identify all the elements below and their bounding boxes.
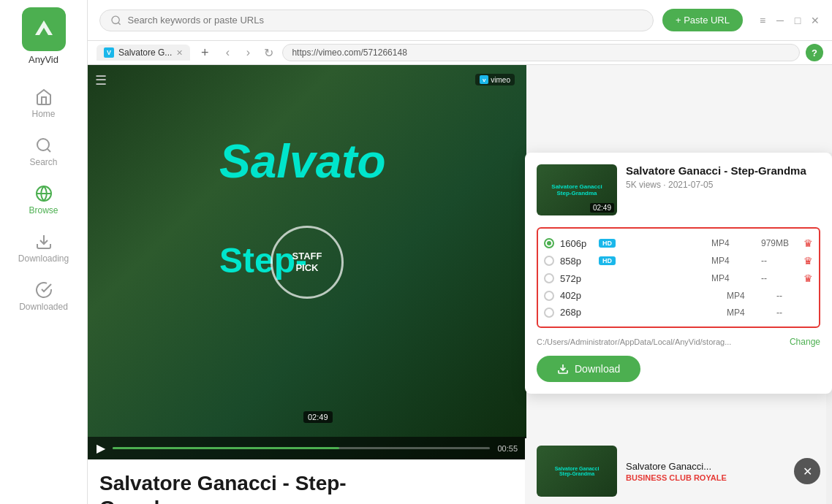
format-label-1606p: MP4	[711, 238, 755, 248]
sidebar-item-label-downloading: Downloading	[18, 253, 69, 264]
download-icon	[557, 363, 569, 375]
quality-row-1606p[interactable]: 1606p HD MP4 979MB ♛	[544, 234, 813, 252]
content-area: v vimeo STAFFPICK Salvato Step- ☰ 02:49 …	[88, 65, 832, 504]
tab-label: Salvatore G...	[118, 47, 172, 58]
vimeo-text: vimeo	[491, 76, 510, 84]
downloading-icon	[35, 233, 53, 251]
radio-402p[interactable]	[544, 291, 554, 301]
format-label-402p: MP4	[727, 291, 771, 301]
bottom-suggestion-area: Salvatore GanacciStep-Grandma Salvatore …	[525, 438, 832, 504]
download-button[interactable]: Download	[537, 356, 640, 382]
panel-header: Salvatore GanacciStep-Grandma 02:49 Salv…	[537, 164, 820, 215]
app-name: AnyVid	[29, 54, 58, 65]
quality-label-1606p: 1606p	[560, 238, 593, 249]
bottom-thumb-info: Salvatore Ganacci... BUSINESS CLUB ROYAL…	[626, 461, 785, 482]
format-label-572p: MP4	[711, 273, 755, 283]
quality-row-402p[interactable]: 402p MP4 --	[544, 287, 813, 304]
sidebar-item-downloaded[interactable]: Downloaded	[0, 272, 87, 321]
video-background: v vimeo STAFFPICK Salvato Step-	[88, 65, 526, 459]
progress-bar[interactable]	[113, 447, 490, 449]
menu-icon[interactable]: ≡	[757, 15, 768, 26]
quality-label-268p: 268p	[560, 307, 593, 318]
sidebar-item-home[interactable]: Home	[0, 80, 87, 128]
nav-controls: ‹ › ↻	[219, 45, 276, 61]
panel-thumb-duration: 02:49	[590, 203, 614, 213]
hd-badge-1606p: HD	[599, 239, 616, 248]
new-tab-button[interactable]: +	[196, 44, 213, 61]
back-button[interactable]: ‹	[219, 45, 235, 61]
search-icon-header	[110, 15, 121, 26]
size-label-858p: --	[761, 256, 798, 266]
size-label-572p: --	[761, 273, 798, 283]
crown-icon-572p[interactable]: ♛	[803, 272, 813, 284]
hamburger-menu[interactable]: ☰	[95, 72, 107, 88]
main-area: + Paste URL ≡ ─ □ ✕ V Salvatore G... ✕ +…	[88, 0, 832, 504]
sidebar-item-label-search: Search	[29, 157, 57, 167]
crown-icon-1606p[interactable]: ♛	[803, 237, 813, 249]
format-label-858p: MP4	[711, 256, 755, 266]
sidebar-item-downloading[interactable]: Downloading	[0, 224, 87, 272]
refresh-button[interactable]: ↻	[260, 45, 276, 61]
video-page-title-line1: Salvatore Ganacci - Step-	[99, 472, 347, 495]
url-bar[interactable]: https://vimeo.com/571266148	[282, 44, 800, 61]
change-path-button[interactable]: Change	[790, 337, 820, 347]
home-icon	[35, 88, 53, 106]
progress-fill	[113, 447, 339, 449]
sidebar-item-search[interactable]: Search	[0, 128, 87, 176]
quality-label-572p: 572p	[560, 273, 593, 284]
save-path-text: C:/Users/Administrator/AppData/Local/Any…	[537, 337, 784, 346]
quality-row-572p[interactable]: 572p MP4 -- ♛	[544, 270, 813, 287]
panel-thumbnail: Salvatore GanacciStep-Grandma 02:49	[537, 164, 617, 215]
quality-row-268p[interactable]: 268p MP4 --	[544, 304, 813, 321]
quality-label-402p: 402p	[560, 290, 593, 301]
quality-options: 1606p HD MP4 979MB ♛ 858p HD MP4 -- ♛	[537, 227, 820, 328]
size-label-1606p: 979MB	[761, 238, 798, 248]
browser-bar: V Salvatore G... ✕ + ‹ › ↻ https://vimeo…	[88, 41, 832, 65]
quality-row-858p[interactable]: 858p HD MP4 -- ♛	[544, 252, 813, 270]
sidebar-item-browse[interactable]: Browse	[0, 176, 87, 224]
size-label-268p: --	[776, 308, 813, 318]
bottom-thumb-img: Salvatore GanacciStep-Grandma	[537, 446, 617, 497]
video-page-title-line2: Grandma	[99, 497, 189, 504]
sidebar-item-label-downloaded: Downloaded	[19, 302, 68, 312]
paste-url-button[interactable]: + Paste URL	[662, 9, 743, 31]
download-panel: Salvatore GanacciStep-Grandma 02:49 Salv…	[525, 153, 832, 394]
video-page-title: Salvatore Ganacci - Step- Grandma	[99, 471, 515, 504]
header: + Paste URL ≡ ─ □ ✕	[88, 0, 832, 41]
search-bar[interactable]	[99, 9, 654, 31]
crown-icon-858p[interactable]: ♛	[803, 255, 813, 267]
download-button-label: Download	[575, 363, 620, 375]
radio-572p[interactable]	[544, 273, 554, 283]
browse-icon	[35, 185, 53, 202]
sidebar: AnyVid Home Search Browse Downloading	[0, 0, 88, 504]
app-logo	[22, 7, 66, 51]
play-button[interactable]: ▶	[97, 441, 105, 455]
close-suggestion-button[interactable]: ✕	[794, 458, 820, 484]
close-icon[interactable]: ✕	[810, 15, 820, 26]
window-controls: ≡ ─ □ ✕	[757, 15, 820, 26]
vimeo-favicon: v	[480, 75, 488, 84]
radio-1606p[interactable]	[544, 238, 554, 248]
radio-inner-1606p	[547, 241, 551, 245]
video-overlay-text1: Salvato	[219, 138, 386, 185]
tab-close-button[interactable]: ✕	[176, 48, 183, 58]
staff-pick-badge: STAFFPICK	[271, 226, 344, 299]
radio-858p[interactable]	[544, 256, 554, 266]
maximize-icon[interactable]: □	[793, 15, 803, 26]
svg-line-6	[118, 23, 121, 25]
search-input[interactable]	[127, 15, 642, 26]
sidebar-item-label-home: Home	[31, 109, 55, 119]
browser-tab[interactable]: V Salvatore G... ✕	[97, 45, 190, 61]
minimize-icon[interactable]: ─	[775, 15, 785, 26]
svg-line-1	[47, 149, 50, 152]
panel-info: Salvatore Ganacci - Step-Grandma 5K view…	[626, 164, 820, 215]
forward-button[interactable]: ›	[240, 45, 256, 61]
video-controls-bar: ▶ 00:55	[88, 437, 526, 459]
tab-favicon: V	[104, 47, 114, 58]
size-label-402p: --	[776, 291, 813, 301]
radio-268p[interactable]	[544, 308, 554, 318]
help-button[interactable]: ?	[806, 44, 823, 61]
bottom-thumb: Salvatore GanacciStep-Grandma	[537, 446, 617, 497]
vimeo-logo: v vimeo	[475, 74, 515, 85]
downloaded-icon	[35, 281, 53, 299]
